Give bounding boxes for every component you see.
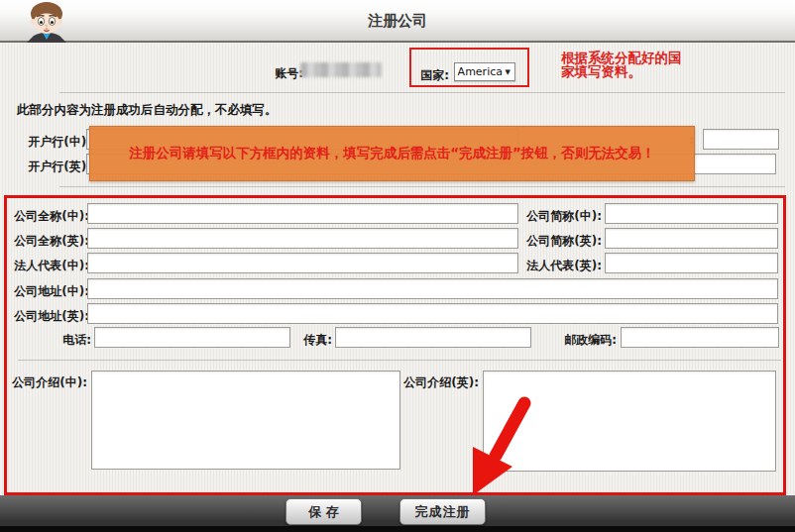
intro-en-label: 公司介绍(英): [402, 374, 479, 391]
address-cn-label: 公司地址(中): [10, 283, 89, 300]
auto-section-note: 此部分内容为注册成功后自动分配，不必填写。 [17, 102, 278, 119]
instruction-banner-text: 注册公司请填写以下方框内的资料，填写完成后需点击“完成注册”按钮，否则无法交易！ [129, 145, 655, 162]
intro-cn-textarea[interactable] [91, 371, 400, 470]
footer-bar: 保 存 完成注册 [0, 495, 795, 532]
instruction-banner: 注册公司请填写以下方框内的资料，填写完成后需点击“完成注册”按钮，否则无法交易！ [89, 126, 695, 181]
intro-cn-label: 公司介绍(中): [8, 374, 87, 391]
page-title: 注册公司 [0, 12, 795, 31]
account-value-redacted [300, 62, 382, 77]
save-button[interactable]: 保 存 [285, 498, 362, 525]
company-full-cn-label: 公司全称(中): [10, 208, 89, 225]
address-en-label: 公司地址(英): [10, 308, 89, 325]
fax-input[interactable] [335, 327, 531, 348]
divider-inner [18, 360, 781, 361]
complete-register-button[interactable]: 完成注册 [399, 498, 486, 525]
postcode-input[interactable] [621, 327, 779, 348]
legal-rep-cn-label: 法人代表(中): [10, 258, 89, 274]
divider-middle [59, 186, 785, 187]
legal-rep-en-label: 法人代表(英): [523, 258, 602, 274]
company-full-en-label: 公司全称(英): [10, 233, 89, 250]
divider-top [59, 92, 785, 93]
company-short-en-input[interactable] [605, 228, 778, 249]
intro-en-textarea[interactable] [483, 371, 776, 472]
address-cn-input[interactable] [87, 278, 778, 299]
company-full-en-input[interactable] [87, 228, 518, 249]
user-avatar-icon [16, 1, 77, 43]
company-short-en-label: 公司简称(英): [523, 233, 602, 250]
fax-label: 传真: [292, 332, 332, 349]
country-select[interactable]: America ▼ [454, 62, 515, 81]
account-label: 账号: [246, 65, 303, 82]
company-short-cn-label: 公司简称(中): [523, 208, 602, 225]
company-short-cn-input[interactable] [605, 203, 778, 224]
bank-cn-label: 开户行(中): [10, 134, 91, 151]
postcode-label: 邮政编码: [553, 332, 617, 349]
chevron-down-icon: ▼ [506, 68, 514, 76]
company-full-cn-input[interactable] [87, 203, 518, 224]
country-hint-text: 根据系统分配好的国 家填写资料。 [561, 51, 682, 78]
bank-branch-input[interactable] [703, 129, 779, 150]
phone-input[interactable] [94, 327, 290, 348]
legal-rep-cn-input[interactable] [87, 253, 518, 273]
country-label: 国家: [405, 67, 449, 84]
phone-label: 电话: [30, 332, 91, 349]
window-header: 注册公司 [0, 0, 795, 43]
bank-en-label: 开户行(英): [10, 159, 91, 175]
register-company-window: 注册公司 账号: 国家: America ▼ 根据系统分配好的国 家填 [0, 0, 795, 532]
address-en-input[interactable] [87, 303, 778, 324]
country-selected-value: America [455, 65, 506, 78]
legal-rep-en-input[interactable] [605, 253, 778, 273]
